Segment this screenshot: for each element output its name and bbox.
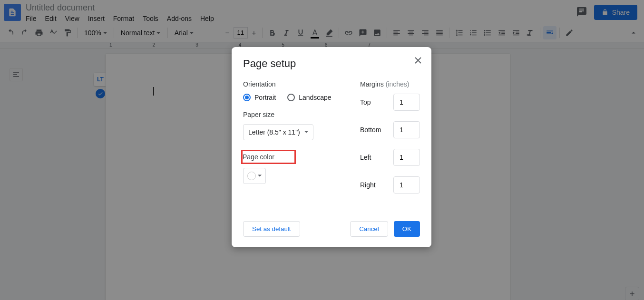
margin-left-input[interactable] — [393, 149, 420, 166]
color-swatch-icon — [247, 172, 256, 180]
portrait-radio[interactable]: Portrait — [243, 94, 276, 101]
page-color-select[interactable] — [243, 168, 266, 184]
radio-icon — [243, 94, 251, 101]
margin-right-input[interactable] — [393, 176, 420, 194]
paper-size-value: Letter (8.5" x 11") — [248, 128, 300, 136]
paper-size-select[interactable]: Letter (8.5" x 11") — [243, 124, 313, 140]
margin-left-label: Left — [360, 154, 371, 161]
paper-size-label: Paper size — [243, 111, 349, 118]
margin-bottom-input[interactable] — [393, 121, 420, 138]
margin-top-label: Top — [360, 98, 371, 106]
margin-bottom-label: Bottom — [360, 126, 381, 134]
radio-icon — [287, 94, 295, 101]
cancel-button[interactable]: Cancel — [350, 221, 388, 237]
page-color-label: Page color — [243, 153, 274, 161]
landscape-radio[interactable]: Landscape — [287, 94, 332, 101]
portrait-label: Portrait — [254, 94, 276, 101]
margins-label: Margins (inches) — [360, 80, 420, 88]
margin-top-input[interactable] — [393, 94, 420, 111]
page-setup-dialog: Page setup Orientation Portrait Landscap… — [232, 47, 431, 247]
chevron-down-icon — [258, 174, 262, 178]
dialog-title: Page setup — [243, 58, 420, 70]
ok-button[interactable]: OK — [394, 221, 420, 237]
close-button[interactable] — [413, 56, 423, 65]
set-default-button[interactable]: Set as default — [243, 221, 300, 237]
landscape-label: Landscape — [299, 94, 332, 101]
chevron-down-icon — [304, 130, 308, 134]
close-icon — [415, 57, 421, 64]
orientation-label: Orientation — [243, 80, 349, 88]
margin-right-label: Right — [360, 181, 376, 189]
